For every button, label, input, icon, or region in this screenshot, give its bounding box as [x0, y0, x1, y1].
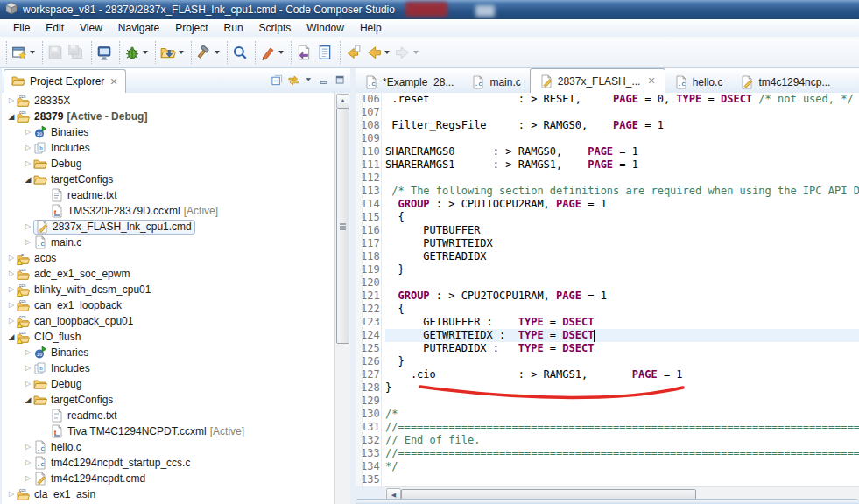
editor-tab-main-c[interactable]: .cmain.c [462, 71, 529, 93]
tree-item-tms320f28379d-ccxml[interactable]: tTMS320F28379D.ccxml[Active] [2, 203, 335, 219]
menu-window[interactable]: Window [299, 20, 352, 36]
menu-file[interactable]: File [5, 20, 38, 36]
menu-help[interactable]: Help [352, 20, 390, 36]
editor-tab-hello-c[interactable]: .chello.c [665, 71, 732, 93]
maximize-icon[interactable] [334, 74, 347, 89]
code-line-114[interactable]: 114 GROUP : > CPU1TOCPU2RAM, PAGE = 1 [356, 198, 859, 211]
menu-scripts[interactable]: Scripts [251, 20, 299, 36]
open-project-dropdown-arrow[interactable] [179, 51, 184, 54]
forward-button[interactable] [392, 42, 421, 63]
code-line-127[interactable]: 127 .cio : > RAMGS1, PAGE = 1 [356, 368, 859, 382]
new-wizard-button[interactable] [9, 42, 38, 63]
scrollbar-thumb[interactable] [336, 108, 349, 344]
code-line-131[interactable]: 131//===================================… [356, 421, 859, 434]
tree-item-can-loopback-cpu01[interactable]: ▷ccscan_loopback_cpu01 [2, 313, 335, 329]
code-editor[interactable]: 106 .reset : > RESET, PAGE = 0, TYPE = D… [356, 93, 859, 486]
back-dropdown-arrow[interactable] [384, 51, 390, 54]
minimize-icon[interactable] [319, 74, 331, 89]
tree-item-can-ex1-loopback[interactable]: ▷ccscan_ex1_loopback [2, 298, 335, 313]
save-button[interactable] [45, 42, 66, 63]
search-button[interactable] [229, 42, 250, 63]
show-source-button[interactable] [314, 42, 335, 63]
tree-item-binaries[interactable]: ▷10Binaries [2, 124, 335, 140]
tree-item-tm4c1294ncpdt-startup-ccs-c[interactable]: ▷.ctm4c1294ncpdt_startup_ccs.c [2, 455, 335, 471]
code-line-116[interactable]: 116 PUTBUFFER [356, 224, 859, 237]
code-line-110[interactable]: 110SHARERAMGS0 : > RAMGS0, PAGE = 1 [356, 145, 859, 158]
flash-button[interactable] [257, 42, 286, 63]
tree-item-blinky-with-dcsm-cpu01[interactable]: ▷ccsblinky_with_dcsm_cpu01 [2, 282, 335, 298]
back-to-last-edit-button[interactable] [342, 42, 363, 63]
tree-item-28335x[interactable]: ▷ccs28335X [2, 93, 335, 108]
code-line-115[interactable]: 115 { [356, 211, 859, 224]
annotation-ruler[interactable] [356, 93, 363, 486]
tree-item-readme-txt[interactable]: readme.txt [2, 408, 335, 424]
tab-project-explorer[interactable]: Project Explorer ✕ [4, 69, 126, 93]
collapsed-arrow-icon[interactable]: ▷ [23, 140, 33, 156]
menu-project[interactable]: Project [167, 20, 215, 36]
tree-item-tm4c1294ncpdt-cmd[interactable]: ▷tm4c1294ncpdt.cmd [2, 471, 335, 486]
code-line-121[interactable]: 121 GROUP : > CPU2TOCPU1RAM, PAGE = 1 [356, 290, 859, 303]
close-icon[interactable]: ✕ [647, 75, 655, 87]
tree-item-cio-flush[interactable]: ◢ccsCIO_flush [2, 329, 335, 345]
code-line-117[interactable]: 117 PUTWRITEIDX [356, 237, 859, 250]
collapsed-arrow-icon[interactable]: ▷ [6, 250, 17, 266]
collapsed-arrow-icon[interactable]: ▷ [23, 439, 33, 455]
expanded-arrow-icon[interactable]: ◢ [23, 392, 33, 408]
tree-item-acos[interactable]: ▷cacos [2, 250, 335, 266]
save-all-button[interactable] [66, 42, 87, 63]
code-line-134[interactable]: 134*/ [356, 460, 859, 473]
build-dropdown-arrow[interactable] [215, 51, 220, 54]
collapsed-arrow-icon[interactable]: ▷ [6, 486, 17, 502]
code-line-125[interactable]: 125 PUTREADIDX : TYPE = DSECT [356, 342, 859, 355]
expanded-arrow-icon[interactable]: ◢ [6, 108, 17, 124]
tree-item-adc-ex1-soc-epwm[interactable]: ▷ccsadc_ex1_soc_epwm [2, 266, 335, 282]
tree-item-targetconfigs[interactable]: ◢targetConfigs [2, 172, 335, 187]
tree-item-28379[interactable]: ◢ccs28379[Active - Debug] [2, 108, 335, 124]
code-line-108[interactable]: 108 Filter_RegsFile : > RAMGS0, PAGE = 1 [356, 119, 859, 132]
view-menu-icon[interactable] [304, 74, 315, 88]
new-wizard-dropdown-arrow[interactable] [30, 51, 35, 54]
flash-dropdown-arrow[interactable] [278, 51, 284, 54]
collapsed-arrow-icon[interactable]: ▷ [6, 266, 17, 282]
back-button[interactable] [363, 42, 392, 63]
menu-view[interactable]: View [72, 20, 110, 36]
code-line-112[interactable]: 112 [356, 172, 859, 185]
code-line-126[interactable]: 126 } [356, 355, 859, 368]
tree-item-readme-txt[interactable]: readme.txt [2, 187, 335, 203]
code-line-119[interactable]: 119 } [356, 263, 859, 276]
expanded-arrow-icon[interactable]: ◢ [6, 329, 17, 345]
tree-item-includes[interactable]: ▷hIncludes [2, 140, 335, 156]
menu-run[interactable]: Run [216, 20, 251, 36]
minimized-view-band[interactable] [356, 499, 859, 504]
tree-item-targetconfigs[interactable]: ◢targetConfigs [2, 392, 335, 408]
console-button[interactable] [94, 42, 115, 63]
tree-item-debug[interactable]: ▷Debug [2, 156, 335, 172]
tree-item-binaries[interactable]: ▷10Binaries [2, 345, 335, 360]
link-with-editor-icon[interactable] [287, 74, 300, 89]
menu-edit[interactable]: Edit [38, 20, 72, 36]
tree-item-includes[interactable]: ▷hIncludes [2, 360, 335, 376]
collapsed-arrow-icon[interactable]: ▷ [23, 376, 33, 392]
code-line-111[interactable]: 111SHARERAMGS1 : > RAMGS1, PAGE = 1 [356, 158, 859, 172]
code-line-130[interactable]: 130/* [356, 408, 859, 421]
debug-dropdown-arrow[interactable] [143, 51, 148, 54]
scroll-up-button[interactable]: ▲ [336, 94, 349, 108]
tree-item-main-c[interactable]: ▷.cmain.c [2, 234, 335, 250]
code-line-120[interactable]: 120 [356, 276, 859, 290]
collapsed-arrow-icon[interactable]: ▷ [23, 124, 33, 140]
code-line-129[interactable]: 129 [356, 395, 859, 408]
collapsed-arrow-icon[interactable]: ▷ [6, 93, 17, 108]
tree-item-hello-c[interactable]: ▷.chello.c [2, 439, 335, 455]
open-project-button[interactable] [158, 42, 187, 63]
collapsed-arrow-icon[interactable]: ▷ [23, 234, 33, 250]
collapsed-arrow-icon[interactable]: ▷ [23, 156, 33, 172]
code-line-128[interactable]: 128} [356, 382, 859, 395]
editor-tab-tm4c1294ncp-[interactable]: tm4c1294ncp... [731, 71, 839, 93]
explorer-vertical-scrollbar[interactable]: ▲ [334, 93, 350, 504]
close-icon[interactable]: ✕ [109, 76, 117, 88]
collapsed-arrow-icon[interactable]: ▷ [6, 313, 17, 329]
forward-dropdown-arrow[interactable] [413, 51, 419, 54]
code-line-109[interactable]: 109 [356, 132, 859, 145]
editor-tab-2837x-flash-[interactable]: 2837x_FLASH_...✕ [530, 68, 665, 93]
code-line-122[interactable]: 122 { [356, 303, 859, 316]
